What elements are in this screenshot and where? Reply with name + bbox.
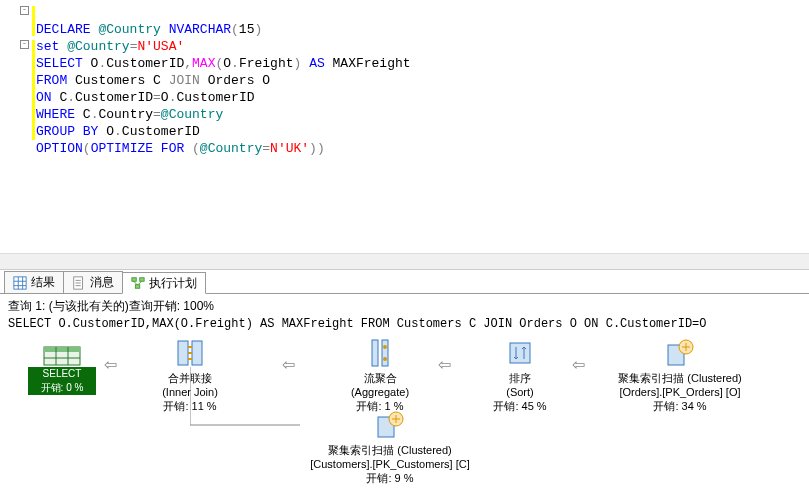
plan-node-clustered-scan-customers[interactable]: 聚集索引扫描 (Clustered) [Customers].[PK_Custo… <box>290 409 490 485</box>
node-object: [Customers].[PK_Customers] [C] <box>290 457 490 471</box>
node-subtype: (Clustered) <box>687 372 741 384</box>
svg-point-23 <box>383 345 387 349</box>
plan-icon <box>131 276 145 290</box>
svg-rect-11 <box>135 285 139 289</box>
svg-rect-19 <box>178 341 188 365</box>
select-label: SELECT <box>28 367 96 381</box>
code-area[interactable]: DECLARE @Country NVARCHAR(15) set @Count… <box>36 4 411 174</box>
index-scan-icon <box>374 409 406 441</box>
arrow-icon: ⇦ <box>572 355 585 374</box>
node-label: 聚集索引扫描 <box>618 372 684 384</box>
node-subtype: (Sort) <box>450 385 590 399</box>
plan-node-sort[interactable]: 排序 (Sort) 开销: 45 % <box>450 337 590 413</box>
table-result-icon <box>42 345 82 367</box>
svg-rect-20 <box>192 341 202 365</box>
plan-canvas[interactable]: SELECT 开销: 0 % ⇦ 合并联接 (Inner Join) 开销: 1… <box>0 337 809 477</box>
aggregate-icon <box>364 337 396 369</box>
index-scan-icon <box>664 337 696 369</box>
tab-plan-label: 执行计划 <box>149 275 197 292</box>
svg-line-12 <box>134 281 138 285</box>
arrow-icon: ⇦ <box>104 355 117 374</box>
grid-icon <box>13 276 27 290</box>
node-label: 排序 <box>450 371 590 385</box>
node-label: 聚集索引扫描 <box>328 444 394 456</box>
tab-results-label: 结果 <box>31 274 55 291</box>
fold-toggle-2[interactable]: - <box>20 40 29 49</box>
node-object: [Orders].[PK_Orders] [O] <box>590 385 770 399</box>
document-icon <box>72 276 86 290</box>
sql-editor-pane: - - DECLARE @Country NVARCHAR(15) set @C… <box>0 0 809 270</box>
tab-results[interactable]: 结果 <box>4 271 64 293</box>
svg-rect-21 <box>372 340 378 366</box>
plan-query-header: 查询 1: (与该批有关的)查询开销: 100% <box>0 294 809 317</box>
tab-messages-label: 消息 <box>90 274 114 291</box>
svg-line-13 <box>138 281 142 285</box>
node-subtype: (Aggregate) <box>310 385 450 399</box>
plan-node-clustered-scan-orders[interactable]: 聚集索引扫描 (Clustered) [Orders].[PK_Orders] … <box>590 337 770 413</box>
node-cost: 开销: 9 % <box>290 471 490 485</box>
kw-declare: DECLARE <box>36 22 91 37</box>
node-label: 流聚合 <box>310 371 450 385</box>
plan-query-sql: SELECT O.CustomerID,MAX(O.Freight) AS MA… <box>0 317 809 337</box>
editor-gutter: - - <box>20 0 36 270</box>
plan-node-stream-aggregate[interactable]: 流聚合 (Aggregate) 开销: 1 % <box>310 337 450 413</box>
fold-toggle-1[interactable]: - <box>20 6 29 15</box>
change-bar-1 <box>32 6 35 36</box>
svg-point-24 <box>383 357 387 361</box>
scrollbar-thumb[interactable] <box>0 254 420 268</box>
svg-rect-22 <box>382 340 388 366</box>
svg-rect-25 <box>510 343 530 363</box>
execution-plan-pane: 查询 1: (与该批有关的)查询开销: 100% SELECT O.Custom… <box>0 294 809 500</box>
sort-icon <box>504 337 536 369</box>
tab-execution-plan[interactable]: 执行计划 <box>122 272 206 294</box>
svg-rect-15 <box>44 347 80 352</box>
svg-rect-9 <box>132 278 136 282</box>
svg-rect-0 <box>14 276 26 288</box>
merge-join-icon <box>174 337 206 369</box>
node-subtype: (Clustered) <box>397 444 451 456</box>
svg-rect-10 <box>140 278 144 282</box>
change-bar-2 <box>32 40 35 140</box>
results-tabs-bar: 结果 消息 执行计划 <box>0 270 809 294</box>
tab-messages[interactable]: 消息 <box>63 271 123 293</box>
select-cost: 开销: 0 % <box>28 381 96 395</box>
editor-horizontal-scrollbar[interactable] <box>0 253 809 269</box>
node-cost: 开销: 34 % <box>590 399 770 413</box>
plan-node-select[interactable]: SELECT 开销: 0 % <box>28 345 96 395</box>
plan-connector <box>190 367 310 437</box>
